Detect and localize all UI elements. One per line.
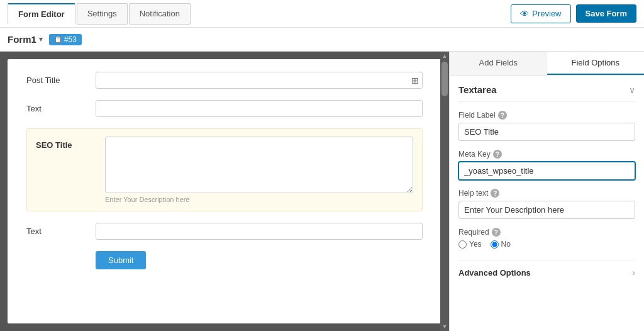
- meta-key-input[interactable]: [458, 162, 635, 180]
- tab-form-editor[interactable]: Form Editor: [8, 3, 75, 25]
- help-text-help[interactable]: ?: [491, 189, 499, 198]
- scroll-thumb[interactable]: [441, 62, 448, 96]
- post-title-input[interactable]: [96, 72, 423, 89]
- form-dropdown-icon[interactable]: ▾: [39, 35, 43, 43]
- top-tabs: Form Editor Settings Notification: [8, 3, 191, 25]
- required-no-radio[interactable]: [491, 240, 499, 249]
- required-radio-group: Yes No: [458, 240, 635, 252]
- top-actions: 👁 Preview Save Form: [511, 4, 636, 23]
- top-bar: Form Editor Settings Notification 👁 Prev…: [0, 0, 644, 28]
- seo-textarea-hint: Enter Your Description here: [105, 196, 413, 203]
- save-form-button[interactable]: Save Form: [576, 4, 636, 23]
- seo-title-label: SEO Title: [36, 137, 92, 150]
- field-label-input[interactable]: [458, 123, 635, 141]
- required-no-option[interactable]: No: [491, 240, 511, 249]
- form-name: Form1 ▾: [8, 34, 43, 45]
- preview-button[interactable]: 👁 Preview: [511, 4, 570, 23]
- eye-icon: 👁: [520, 9, 529, 19]
- tab-add-fields[interactable]: Add Fields: [450, 52, 547, 75]
- scroll-arrow-up[interactable]: ▲: [442, 53, 448, 59]
- required-help[interactable]: ?: [492, 228, 501, 237]
- seo-title-textarea[interactable]: [105, 137, 413, 193]
- tab-field-options[interactable]: Field Options: [547, 52, 645, 75]
- right-panel-tabs: Add Fields Field Options: [450, 52, 644, 76]
- field-label-label: Field Label ?: [458, 111, 635, 120]
- main-layout: Post Title ⊞ Text SEO Title: [0, 52, 644, 331]
- left-panel: Post Title ⊞ Text SEO Title: [0, 52, 449, 331]
- right-panel-content: Textarea ∨ Field Label ? Meta Key ?: [450, 76, 644, 331]
- tab-settings[interactable]: Settings: [77, 3, 128, 25]
- text1-input[interactable]: [96, 100, 423, 117]
- section-header: Textarea ∨: [458, 84, 635, 102]
- post-title-input-wrap: ⊞: [96, 72, 423, 89]
- required-yes-option[interactable]: Yes: [458, 240, 482, 249]
- text2-label: Text: [26, 223, 83, 236]
- seo-title-row: SEO Title Enter Your Description here: [26, 128, 423, 211]
- text2-row: Text: [26, 223, 423, 240]
- required-yes-radio[interactable]: [458, 240, 467, 249]
- submit-row: Submit: [26, 251, 423, 269]
- help-text-input[interactable]: [458, 201, 635, 219]
- meta-key-group: Meta Key ?: [458, 150, 635, 180]
- text1-input-wrap: [96, 100, 423, 117]
- scroll-arrow-down[interactable]: ▼: [442, 323, 448, 330]
- chevron-right-icon: ›: [632, 267, 635, 278]
- help-text-group: Help text ?: [458, 189, 635, 219]
- copy-icon: 📋: [54, 36, 62, 43]
- post-title-icon-btn[interactable]: ⊞: [411, 76, 419, 86]
- sub-bar: Form1 ▾ 📋 #53: [0, 28, 644, 52]
- help-text-label: Help text ?: [458, 189, 635, 198]
- form-canvas: Post Title ⊞ Text SEO Title: [8, 59, 441, 323]
- right-panel: Add Fields Field Options Textarea ∨ Fiel…: [449, 52, 644, 331]
- text2-input-wrap: [96, 223, 423, 240]
- form-id-badge: 📋 #53: [49, 34, 82, 45]
- field-label-help[interactable]: ?: [498, 111, 507, 120]
- required-label: Required ?: [458, 228, 635, 237]
- scrollbar[interactable]: ▲ ▼: [440, 52, 449, 331]
- text2-input[interactable]: [96, 223, 423, 240]
- field-label-group: Field Label ?: [458, 111, 635, 141]
- submit-button[interactable]: Submit: [96, 251, 146, 269]
- text1-row: Text: [26, 100, 423, 117]
- text1-label: Text: [26, 100, 83, 113]
- chevron-down-icon[interactable]: ∨: [629, 85, 635, 95]
- meta-key-help[interactable]: ?: [493, 150, 502, 159]
- tab-notification[interactable]: Notification: [129, 3, 191, 25]
- section-title: Textarea: [458, 84, 497, 95]
- meta-key-label: Meta Key ?: [458, 150, 635, 159]
- post-title-row: Post Title ⊞: [26, 72, 423, 89]
- advanced-options-title: Advanced Options: [458, 268, 531, 278]
- required-group: Required ? Yes No: [458, 228, 635, 252]
- advanced-options-section[interactable]: Advanced Options ›: [458, 261, 635, 284]
- post-title-label: Post Title: [26, 72, 83, 85]
